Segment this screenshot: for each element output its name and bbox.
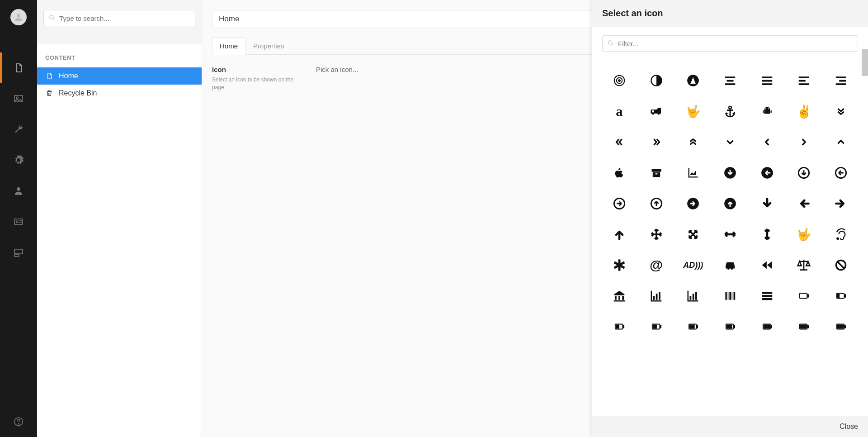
icon-option-arrows[interactable] xyxy=(639,220,674,248)
svg-rect-91 xyxy=(838,325,844,328)
icon-option-adn[interactable] xyxy=(676,66,710,95)
icon-option-at[interactable]: @ xyxy=(639,251,674,279)
content-tree-panel: CONTENT Home Recycle Bin xyxy=(37,0,202,437)
tab-properties[interactable]: Properties xyxy=(245,37,292,54)
icon-option-battery-quarter[interactable] xyxy=(824,282,858,310)
icon-option-arrow-circle-o-right[interactable] xyxy=(602,190,637,218)
icon-filter-input[interactable] xyxy=(602,35,858,52)
icon-option-battery-empty[interactable] xyxy=(787,282,821,310)
tab-home[interactable]: Home xyxy=(212,37,245,55)
svg-rect-75 xyxy=(660,325,661,328)
tree-node-label: Recycle Bin xyxy=(59,89,97,97)
icon-option-amazon[interactable]: a xyxy=(602,97,637,125)
icon-option-angle-up[interactable] xyxy=(824,128,858,156)
icon-option-angellist[interactable]: ✌ xyxy=(787,97,821,125)
icon-option-audio-description[interactable]: AD))) xyxy=(676,251,710,279)
icon-option-area-chart[interactable] xyxy=(676,159,710,187)
svg-rect-49 xyxy=(653,296,655,300)
icon-option-ambulance[interactable] xyxy=(639,97,674,125)
icon-option-align-right[interactable] xyxy=(824,66,858,95)
svg-rect-28 xyxy=(836,83,846,85)
icon-option-arrows-alt[interactable] xyxy=(676,220,710,248)
svg-rect-38 xyxy=(655,173,657,174)
svg-point-32 xyxy=(765,109,766,109)
icon-option-battery-full[interactable] xyxy=(750,313,784,341)
icon-option-asterisk[interactable] xyxy=(602,251,637,279)
svg-rect-34 xyxy=(763,110,764,114)
icon-option-assistive-listening-systems[interactable] xyxy=(824,220,858,248)
icon-option-adjust[interactable] xyxy=(639,66,674,95)
icon-option-arrows-v[interactable] xyxy=(750,220,784,248)
icon-option-arrows-h[interactable] xyxy=(713,220,747,248)
icon-option-align-left[interactable] xyxy=(787,66,821,95)
icon-option-battery-half-2[interactable] xyxy=(639,313,674,341)
icon-option-archive[interactable] xyxy=(639,159,674,187)
members-section-nav[interactable] xyxy=(0,206,37,237)
icon-option-apple[interactable] xyxy=(602,159,637,187)
svg-rect-37 xyxy=(652,172,660,177)
icon-option-arrow-circle-down[interactable] xyxy=(713,159,747,187)
icon-option-arrow-circle-o-left[interactable] xyxy=(824,159,858,187)
icon-option-automobile[interactable] xyxy=(713,251,747,279)
icon-option-battery-half[interactable] xyxy=(602,313,637,341)
icon-option-anchor[interactable] xyxy=(713,97,747,125)
svg-rect-64 xyxy=(762,295,772,297)
icon-option-align-justify[interactable] xyxy=(750,66,784,95)
tree-node-home[interactable]: Home xyxy=(37,67,202,85)
svg-point-31 xyxy=(729,106,731,109)
scrollbar-thumb[interactable] xyxy=(862,49,868,76)
user-avatar[interactable] xyxy=(10,9,27,25)
icon-option-arrow-up[interactable] xyxy=(602,220,637,248)
icon-option-arrow-circle-up[interactable] xyxy=(713,190,747,218)
media-section-nav[interactable] xyxy=(0,83,37,114)
icon-option-battery-three-quarters[interactable] xyxy=(676,313,710,341)
svg-point-11 xyxy=(609,41,612,44)
icon-picker-panel: Select an icon a🤟✌🤟@AD))) Close xyxy=(592,0,868,437)
wrench-section-nav[interactable] xyxy=(0,114,37,145)
icon-option-bar-chart[interactable] xyxy=(639,282,674,310)
close-button[interactable]: Close xyxy=(840,423,858,430)
content-section-nav[interactable] xyxy=(0,52,37,83)
icon-grid: a🤟✌🤟@AD))) xyxy=(602,66,858,341)
icon-option-asl-interpreting[interactable]: 🤟 xyxy=(676,97,710,125)
icon-option-arrow-right[interactable] xyxy=(824,190,858,218)
panel-title: Select an icon xyxy=(592,0,868,27)
icon-option-angle-double-left[interactable] xyxy=(602,128,637,156)
icon-option-arrow-circle-o-down[interactable] xyxy=(787,159,821,187)
icon-option-angle-down[interactable] xyxy=(713,128,747,156)
icon-option-backward[interactable] xyxy=(750,251,784,279)
icon-option-battery-full-2[interactable] xyxy=(787,313,821,341)
tree-node-recycle-bin[interactable]: Recycle Bin xyxy=(37,85,202,102)
icon-option-arrow-left[interactable] xyxy=(787,190,821,218)
icon-option-arrow-circle-right[interactable] xyxy=(676,190,710,218)
users-section-nav[interactable] xyxy=(0,176,37,206)
gear-section-nav[interactable] xyxy=(0,145,37,176)
icon-option-android[interactable] xyxy=(750,97,784,125)
icon-option-barcode[interactable] xyxy=(713,282,747,310)
svg-rect-72 xyxy=(623,325,624,328)
help-nav[interactable] xyxy=(0,406,37,437)
icon-option-bank[interactable] xyxy=(602,282,637,310)
icon-option-bars[interactable] xyxy=(750,282,784,310)
svg-point-33 xyxy=(768,109,769,109)
search-icon xyxy=(608,40,614,46)
icon-option-angle-right[interactable] xyxy=(787,128,821,156)
svg-rect-25 xyxy=(799,83,809,85)
tree-search-input[interactable] xyxy=(43,10,195,26)
icon-option-balance-scale[interactable] xyxy=(787,251,821,279)
forms-section-nav[interactable] xyxy=(0,237,37,268)
icon-option-arrow-circle-o-up[interactable] xyxy=(639,190,674,218)
icon-option-angle-double-down[interactable] xyxy=(824,97,858,125)
icon-option-bar-chart-o[interactable] xyxy=(676,282,710,310)
icon-option-500px[interactable] xyxy=(602,66,637,95)
icon-option-asl-interpreting-alt[interactable]: 🤟 xyxy=(787,220,821,248)
icon-option-ban[interactable] xyxy=(824,251,858,279)
icon-option-arrow-circle-left[interactable] xyxy=(750,159,784,187)
icon-option-battery-three-quarters-2[interactable] xyxy=(713,313,747,341)
icon-option-align-center[interactable] xyxy=(713,66,747,95)
icon-option-angle-left[interactable] xyxy=(750,128,784,156)
icon-option-arrow-down[interactable] xyxy=(750,190,784,218)
icon-option-battery-full-3[interactable] xyxy=(824,313,858,341)
icon-option-angle-double-up[interactable] xyxy=(676,128,710,156)
icon-option-angle-double-right[interactable] xyxy=(639,128,674,156)
